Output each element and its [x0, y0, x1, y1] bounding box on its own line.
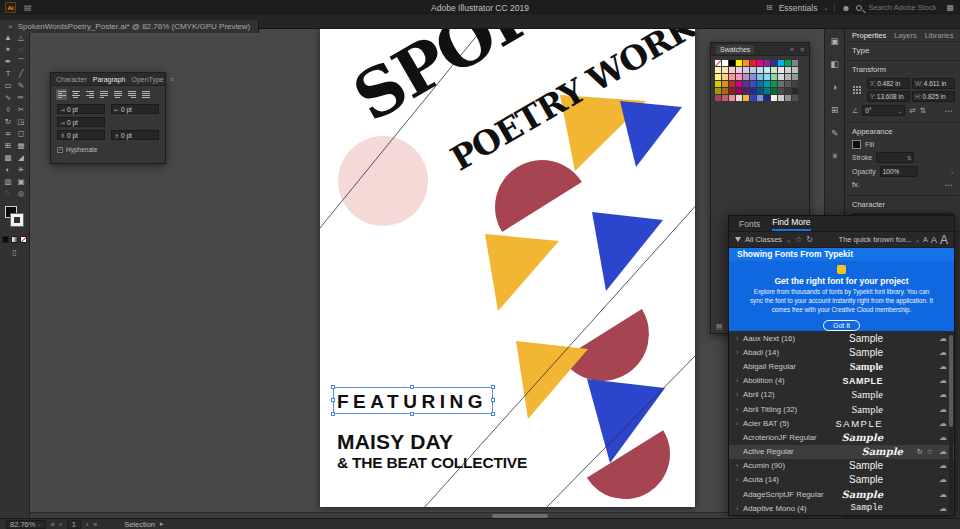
selection-handle[interactable]: [410, 385, 414, 389]
direct-selection-tool[interactable]: △: [15, 32, 28, 44]
selection-handle[interactable]: [491, 412, 495, 416]
x-position-field[interactable]: X:0.482 in: [867, 78, 910, 89]
swatch[interactable]: [715, 67, 721, 73]
tab-fonts[interactable]: Fonts: [739, 219, 760, 231]
swatch[interactable]: [715, 74, 721, 80]
swatch[interactable]: [792, 74, 798, 80]
first-artboard-icon[interactable]: «: [51, 521, 55, 528]
swatch[interactable]: [785, 74, 791, 80]
shape-builder-tool[interactable]: ⊞: [2, 140, 15, 152]
selection-handle[interactable]: [331, 398, 335, 402]
symbol-sprayer-tool[interactable]: ✳: [15, 164, 28, 176]
selection-handle[interactable]: [410, 412, 414, 416]
swatch[interactable]: [729, 81, 735, 87]
swatch[interactable]: [792, 95, 798, 101]
pencil-tool[interactable]: ✏: [15, 92, 28, 104]
swatch[interactable]: [736, 67, 742, 73]
line-segment-tool[interactable]: ╱: [15, 68, 28, 80]
paintbrush-tool[interactable]: ✎: [15, 80, 28, 92]
swatch[interactable]: [722, 95, 728, 101]
rotate-tool[interactable]: ↻: [2, 116, 15, 128]
none-mode-button[interactable]: [20, 236, 27, 243]
cloud-download-icon[interactable]: ☁: [939, 419, 947, 428]
swatch[interactable]: [757, 95, 763, 101]
swatch[interactable]: [757, 88, 763, 94]
zoom-tool[interactable]: ◎: [15, 188, 28, 200]
tab-opentype[interactable]: OpenType: [131, 76, 163, 83]
lasso-tool[interactable]: ◌: [15, 44, 28, 56]
swatch[interactable]: [715, 81, 721, 87]
tab-properties[interactable]: Properties: [852, 31, 886, 40]
swatches-panel-icon[interactable]: ⊞: [831, 105, 838, 115]
swatch[interactable]: [792, 60, 798, 66]
scrollbar-thumb[interactable]: [949, 335, 953, 427]
align-center-button[interactable]: [70, 89, 81, 100]
chevron-right-icon[interactable]: ›: [951, 169, 953, 175]
screen-mode-icon[interactable]: ▯: [0, 248, 29, 257]
sample-size-medium-button[interactable]: A: [931, 235, 937, 245]
recent-fonts-icon[interactable]: ↻: [806, 235, 813, 244]
opacity-field[interactable]: 100%: [880, 166, 918, 177]
font-list-item[interactable]: › Adaptive Mono (4) Sample ☁: [729, 501, 954, 515]
swatch[interactable]: [764, 60, 770, 66]
symbols-panel-icon[interactable]: ✳: [831, 151, 838, 161]
swatch[interactable]: [764, 67, 770, 73]
width-tool[interactable]: ≍: [2, 128, 15, 140]
swatch[interactable]: [757, 60, 763, 66]
last-artboard-icon[interactable]: »: [93, 521, 97, 528]
expand-chevron-icon[interactable]: ›: [736, 476, 743, 483]
y-position-field[interactable]: Y:13.608 in: [867, 91, 910, 102]
expand-chevron-icon[interactable]: ›: [736, 505, 743, 512]
free-transform-tool[interactable]: ◻: [15, 128, 28, 140]
cloud-download-icon[interactable]: ☁: [939, 334, 947, 343]
swatch[interactable]: [736, 95, 742, 101]
font-list-item[interactable]: › Acuta (14) Sample ☁: [729, 473, 954, 487]
font-list-item[interactable]: AcroterionJF Regular Sample ☁: [729, 430, 954, 444]
swatch[interactable]: [778, 60, 784, 66]
document-tab[interactable]: × SpokenWordsPoetry_Poster.ai* @ 82.76% …: [0, 20, 259, 33]
font-list-item[interactable]: › Acumin (90) Sample ☁: [729, 459, 954, 473]
cloud-download-icon[interactable]: ☁: [939, 348, 947, 357]
font-list-item[interactable]: › Aaux Next (16) Sample ☁: [729, 331, 954, 345]
swatch[interactable]: [771, 67, 777, 73]
color-panel-icon[interactable]: ◧: [830, 59, 838, 69]
font-list-item[interactable]: Abigail Regular Sample ☁: [729, 359, 954, 373]
stroke-weight-field[interactable]: ⇅: [876, 152, 914, 163]
swatch[interactable]: [778, 95, 784, 101]
swatch[interactable]: [736, 88, 742, 94]
swatch[interactable]: [757, 67, 763, 73]
swatch[interactable]: [722, 67, 728, 73]
font-list-item[interactable]: › Acier BAT (5) SAMPLE ☁: [729, 416, 954, 430]
justify-center-button[interactable]: [112, 89, 123, 100]
cloud-download-icon[interactable]: ☁: [939, 433, 947, 442]
swatch[interactable]: [771, 74, 777, 80]
swatch[interactable]: [764, 95, 770, 101]
swatch[interactable]: [722, 60, 728, 66]
swatch[interactable]: [736, 60, 742, 66]
stroke-label[interactable]: Stroke: [852, 154, 872, 161]
fill-color-chip[interactable]: [852, 140, 861, 149]
tab-paragraph[interactable]: Paragraph: [93, 76, 126, 83]
gradient-mode-button[interactable]: [11, 236, 18, 243]
first-line-indent-field[interactable]: ⇥0 pt: [57, 117, 105, 127]
selection-handle[interactable]: [331, 412, 335, 416]
swatch[interactable]: [743, 95, 749, 101]
swatch[interactable]: [750, 67, 756, 73]
filter-classes-dropdown[interactable]: All Classes: [745, 235, 782, 244]
swatch[interactable]: [715, 88, 721, 94]
cloud-download-icon[interactable]: ☁: [939, 504, 947, 513]
expand-chevron-icon[interactable]: ›: [736, 462, 743, 469]
swatch[interactable]: [743, 74, 749, 80]
swatch[interactable]: [764, 81, 770, 87]
panel-menu-icon[interactable]: ≡: [800, 46, 804, 53]
stock-search-input[interactable]: [868, 3, 940, 12]
color-guide-panel-icon[interactable]: ◑: [832, 82, 837, 92]
fonts-scrollbar[interactable]: [949, 333, 953, 513]
swatch[interactable]: [729, 88, 735, 94]
swatch[interactable]: [750, 81, 756, 87]
magic-wand-tool[interactable]: ✶: [2, 44, 15, 56]
next-artboard-icon[interactable]: ›: [86, 521, 88, 528]
width-field[interactable]: W:4.611 in: [912, 78, 955, 89]
mesh-tool[interactable]: ▦: [15, 140, 28, 152]
cloud-download-icon[interactable]: ☁: [939, 461, 947, 470]
